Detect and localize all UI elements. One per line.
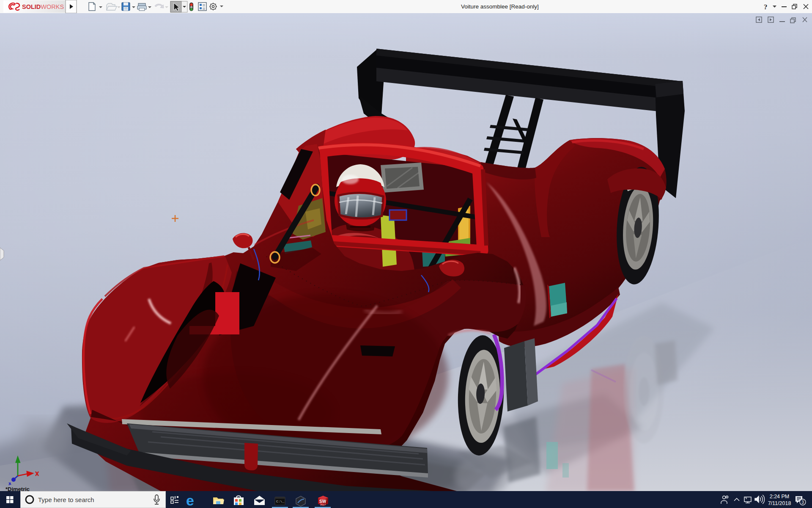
svg-text:SOLIDWORKS: SOLIDWORKS: [22, 3, 64, 10]
svg-text:e: e: [186, 492, 194, 508]
svg-text:Type here to search: Type here to search: [38, 496, 94, 503]
svg-text:7/11/2018: 7/11/2018: [768, 500, 791, 506]
svg-text:2:24 PM: 2:24 PM: [770, 494, 790, 500]
svg-text:2017: 2017: [320, 503, 326, 506]
svg-text:Voiture assomblee [Read-only]: Voiture assomblee [Read-only]: [461, 3, 539, 10]
svg-text:3: 3: [801, 500, 804, 505]
svg-text:C:\_: C:\_: [276, 500, 284, 503]
svg-text:?: ?: [764, 3, 768, 11]
